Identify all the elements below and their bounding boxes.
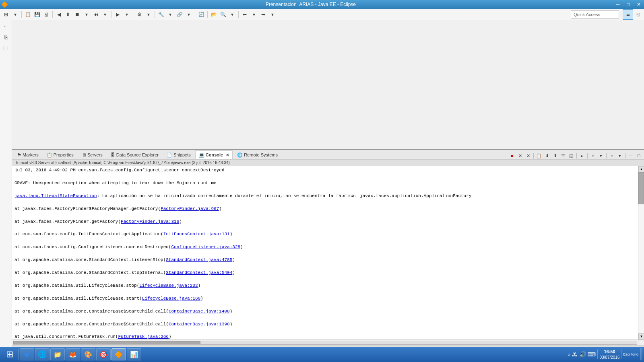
tab-servers[interactable]: 🖥 Servers: [78, 150, 106, 159]
toolbar-btn-21[interactable]: 📂: [209, 10, 218, 19]
toolbar-btn-18[interactable]: 🔗: [175, 10, 184, 19]
console-scroll-area[interactable]: jul 03, 2016 4:49:02 PM com.sun.faces.co…: [12, 166, 644, 345]
minimize-button[interactable]: ─: [613, 0, 623, 9]
link-11[interactable]: ContainerBase.java:1398: [169, 322, 230, 327]
panel-sep-4: [606, 153, 607, 158]
link-10[interactable]: ContainerBase.java:1408: [169, 309, 230, 314]
start-button[interactable]: ⊞: [2, 348, 18, 361]
taskbar-paint[interactable]: 🎨: [81, 348, 95, 360]
toolbar-btn-22[interactable]: 🔍: [219, 10, 227, 19]
toolbar-btn-10[interactable]: ⏮: [91, 10, 100, 19]
toolbar-btn-13[interactable]: ▾: [122, 10, 131, 19]
data-source-icon: 🗄: [111, 152, 115, 157]
toolbar-separator-8: [238, 11, 239, 18]
tray-keyboard-icon[interactable]: ⌨: [588, 351, 596, 358]
toolbar-btn-3[interactable]: 📋: [23, 10, 32, 19]
taskbar-explorer[interactable]: 📁: [50, 348, 65, 360]
toolbar-btn-16[interactable]: 🔧: [157, 10, 165, 19]
desktop-label[interactable]: Escritorio: [623, 352, 638, 356]
taskbar-app-8[interactable]: 📊: [127, 348, 141, 360]
toolbar-btn-1[interactable]: ⊞: [2, 10, 10, 19]
tab-markers[interactable]: ⚑ Markers: [14, 150, 42, 159]
tab-console-label: Console: [206, 152, 223, 157]
panel-btn-1[interactable]: 📋: [535, 152, 543, 159]
toolbar-btn-7[interactable]: ⏸: [64, 10, 72, 19]
close-button[interactable]: ✕: [634, 0, 644, 9]
exception-link-1[interactable]: java.lang.IllegalStateException: [14, 193, 97, 198]
tab-snippets[interactable]: 📄 Snippets: [163, 150, 194, 159]
toolbar-btn-19[interactable]: ▾: [184, 10, 193, 19]
h-scroll-track: [13, 341, 637, 345]
link-12[interactable]: FutureTask.java:266: [118, 334, 168, 339]
panel-btn-9[interactable]: ▫: [608, 152, 615, 159]
toolbar: ⊞ ▾ 📋 💾 🖨 ◀ ⏸ ⏹ ▾ ⏮ ▾ ▶ ▾ ⚙ ▾ 🔧 ▾ 🔗 ▾ �: [0, 9, 644, 20]
console-close-icon[interactable]: ✕: [226, 153, 229, 157]
toolbar-btn-9[interactable]: ▾: [82, 10, 91, 19]
taskbar-firefox[interactable]: 🦊: [66, 348, 80, 360]
toolbar-btn-17[interactable]: ▾: [166, 10, 175, 19]
taskbar-app-6[interactable]: 🎯: [96, 348, 111, 360]
toolbar-separator-7: [207, 11, 208, 18]
panel-btn-4[interactable]: ☰: [559, 152, 567, 159]
tray-network-icon[interactable]: 🖧: [572, 351, 578, 358]
stop-server-btn[interactable]: ■: [508, 152, 516, 159]
link-2[interactable]: FactoryFinder.java:967: [161, 206, 219, 211]
panel-btn-6[interactable]: ▸: [578, 152, 586, 159]
maximize-panel-btn[interactable]: □: [635, 152, 642, 159]
show-desktop-btn[interactable]: [640, 348, 642, 360]
tab-console[interactable]: 💻 Console ✕: [195, 150, 233, 159]
system-clock[interactable]: 16:50 03/07/2016: [599, 349, 619, 360]
toolbar-btn-24[interactable]: ⬅: [240, 10, 249, 19]
scroll-down-btn[interactable]: ▼: [638, 333, 644, 339]
link-3[interactable]: FactoryFinder.java:316: [121, 219, 179, 224]
link-9[interactable]: LifecycleBase.java:160: [142, 296, 200, 301]
tab-data-source-explorer[interactable]: 🗄 Data Source Explorer: [107, 150, 162, 159]
toolbar-btn-15[interactable]: ▾: [144, 10, 153, 19]
taskbar-ie[interactable]: e: [20, 348, 34, 360]
link-5[interactable]: ConfigureListener.java:328: [171, 245, 240, 249]
sidebar-icon-pin[interactable]: ⋯: [1, 22, 11, 31]
sidebar-icon-1[interactable]: ⎘: [1, 32, 11, 42]
panel-btn-10[interactable]: ▾: [616, 152, 623, 159]
clear-console-btn[interactable]: ✕: [516, 152, 524, 159]
maximize-button[interactable]: □: [623, 0, 634, 9]
toolbar-btn-11[interactable]: ▾: [101, 10, 109, 19]
link-4[interactable]: InitFacesContext.java:131: [163, 232, 230, 237]
toolbar-btn-14[interactable]: ⚙: [135, 10, 144, 19]
scroll-up-btn[interactable]: ▲: [638, 166, 644, 172]
tab-remote-systems[interactable]: 🌐 Remote Systems: [233, 150, 281, 159]
tray-volume-icon[interactable]: 🔊: [579, 351, 586, 358]
taskbar-eclipse-running[interactable]: 🔶: [111, 348, 126, 360]
quick-access-box[interactable]: Quick Access: [571, 10, 619, 19]
vertical-scrollbar[interactable]: ▲ ▼: [638, 166, 644, 339]
panel-btn-5[interactable]: ◱: [568, 152, 575, 159]
tab-properties[interactable]: 📋 Properties: [43, 150, 77, 159]
link-7[interactable]: StandardContext.java:5404: [166, 270, 232, 275]
toolbar-btn-4[interactable]: 💾: [33, 10, 41, 19]
toolbar-btn-26[interactable]: ➡: [259, 10, 268, 19]
show-more-tray[interactable]: »: [568, 352, 570, 357]
minimize-panel-btn[interactable]: ─: [627, 152, 634, 159]
toolbar-btn-20[interactable]: 🔄: [197, 10, 206, 19]
horizontal-scrollbar[interactable]: [12, 339, 638, 345]
panel-btn-8[interactable]: ▾: [597, 152, 605, 159]
panel-btn-3[interactable]: ⬆: [551, 152, 559, 159]
toolbar-perspective-btn-2[interactable]: ◱: [634, 10, 642, 19]
scroll-lock-btn[interactable]: ✕: [524, 152, 532, 159]
toolbar-btn-5[interactable]: 🖨: [42, 10, 51, 19]
panel-btn-2[interactable]: ⬇: [543, 152, 551, 159]
toolbar-btn-8[interactable]: ⏹: [73, 10, 82, 19]
toolbar-btn-27[interactable]: ▾: [268, 10, 277, 19]
toolbar-btn-2[interactable]: ▾: [11, 10, 20, 19]
toolbar-btn-6[interactable]: ◀: [54, 10, 63, 19]
panel-btn-7[interactable]: ▫: [589, 152, 597, 159]
link-8[interactable]: LifecycleBase.java:232: [139, 283, 198, 288]
taskbar-chrome[interactable]: 🌐: [35, 348, 50, 360]
sidebar-icon-2[interactable]: ⬚: [1, 43, 11, 52]
toolbar-perspective-btn-1[interactable]: ☰: [623, 9, 633, 20]
toolbar-btn-23[interactable]: ▾: [228, 10, 237, 19]
toolbar-btn-25[interactable]: ▾: [250, 10, 258, 19]
toolbar-btn-12[interactable]: ▶: [113, 10, 122, 19]
link-6[interactable]: StandardContext.java:4785: [166, 257, 232, 262]
quick-access-label: Quick Access: [574, 12, 600, 17]
